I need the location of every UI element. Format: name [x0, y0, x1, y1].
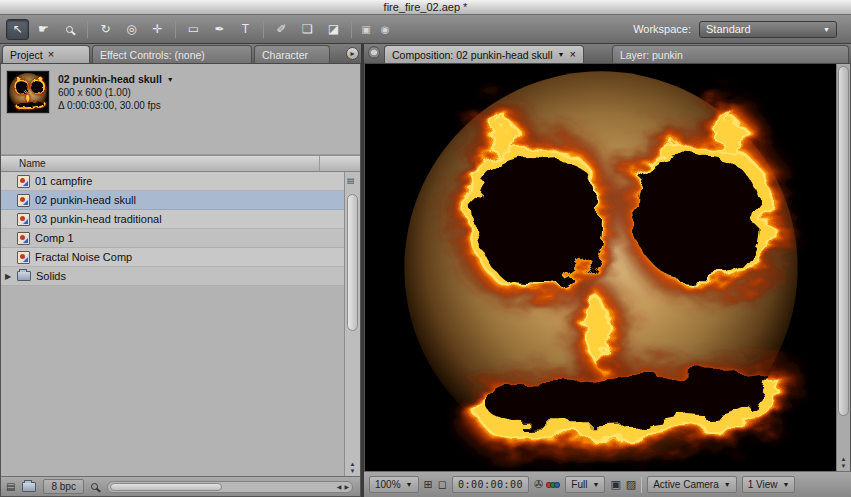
scroll-down-icon[interactable]: ▼: [345, 468, 360, 475]
scroll-up-icon[interactable]: ▲: [345, 461, 360, 468]
folder-icon: [17, 271, 31, 281]
composition-icon: [17, 232, 30, 245]
toolbar-misc-icon-1[interactable]: ▣: [358, 24, 374, 35]
app-window: fire_fire_02.aep * ↖ ☛ ↻ ◎ ✛ ▭ ✒ T ✐ ❏ ◪…: [0, 0, 851, 497]
scrollbar-thumb[interactable]: [838, 66, 849, 416]
composition-icon: [17, 251, 30, 264]
zoom-tool[interactable]: [58, 19, 81, 40]
show-channel-icon[interactable]: [548, 482, 560, 488]
panel-menu-icon[interactable]: ▸: [346, 47, 359, 60]
search-icon[interactable]: [91, 483, 98, 490]
toolbar-misc-icon-2[interactable]: ◉: [377, 24, 393, 35]
composition-canvas[interactable]: [394, 64, 808, 471]
composition-icon: [17, 213, 30, 226]
hand-tool[interactable]: ☛: [32, 19, 55, 40]
clone-stamp-tool[interactable]: ❏: [296, 19, 319, 40]
bit-depth-button[interactable]: 8 bpc: [43, 479, 83, 494]
active-camera-select[interactable]: Active Camera ▼: [647, 476, 737, 493]
mask-shape-tool[interactable]: ▭: [182, 19, 205, 40]
project-hscrollbar[interactable]: ◀ ▶: [107, 481, 353, 493]
scrollbar-thumb[interactable]: [347, 194, 358, 331]
orbit-camera-tool[interactable]: ◎: [120, 19, 143, 40]
toolbar-separator: [87, 21, 88, 38]
footage-name: 02 punkin-head skull: [58, 73, 162, 86]
snapshot-icon[interactable]: ✇: [534, 478, 543, 491]
chevron-down-icon[interactable]: ▼: [558, 51, 565, 58]
footage-size: 600 x 600 (1.00): [58, 86, 174, 99]
footer-separator: [641, 477, 642, 493]
project-scrollbar[interactable]: ▤ ▲ ▼: [344, 172, 360, 476]
composition-icon: [17, 175, 30, 188]
transparency-grid-icon[interactable]: ▨: [626, 478, 636, 491]
workspace-select[interactable]: Standard ▼: [699, 21, 837, 38]
toolbar-separator: [263, 21, 264, 38]
pen-tool[interactable]: ✒: [208, 19, 231, 40]
pan-behind-tool[interactable]: ✛: [146, 19, 169, 40]
eraser-tool[interactable]: ◪: [322, 19, 345, 40]
chevron-down-icon[interactable]: ▼: [167, 73, 174, 86]
scroll-up-icon[interactable]: ▲: [837, 456, 850, 463]
tab-composition[interactable]: Composition: 02 punkin-head skull ▼ ×: [384, 45, 584, 63]
chevron-down-icon: ▼: [406, 481, 413, 488]
view-layout-select[interactable]: 1 View ▼: [742, 476, 796, 493]
new-folder-icon[interactable]: [22, 482, 36, 492]
project-item-list: 01 campfire 02 punkin-head skull 03 punk…: [1, 172, 360, 476]
list-item[interactable]: 02 punkin-head skull: [1, 191, 344, 210]
footage-thumbnail: [7, 71, 49, 113]
panel-gripper-icon[interactable]: [368, 46, 380, 59]
composition-panel-group: Composition: 02 punkin-head skull ▼ × La…: [364, 44, 851, 497]
list-item[interactable]: 01 campfire: [1, 172, 344, 191]
safe-margins-icon[interactable]: ◻: [438, 478, 447, 491]
composition-icon: [17, 194, 30, 207]
tab-character[interactable]: Character: [254, 45, 330, 63]
list-item[interactable]: Comp 1: [1, 229, 344, 248]
scroll-down-icon[interactable]: ▼: [837, 463, 850, 470]
toolbar-separator: [175, 21, 176, 38]
scroll-left-icon[interactable]: ◀: [337, 483, 342, 490]
project-footer: ▤ 8 bpc ◀ ▶: [1, 476, 360, 496]
project-panel-group: Project × Effect Controls: (none) Charac…: [0, 44, 361, 497]
footage-info: 02 punkin-head skull ▼ 600 x 600 (1.00) …: [1, 64, 360, 126]
region-of-interest-icon[interactable]: ▣: [610, 478, 620, 491]
disclosure-triangle-icon[interactable]: ▶: [5, 272, 11, 281]
list-item[interactable]: ▶ Solids: [1, 267, 344, 286]
brush-tool[interactable]: ✐: [270, 19, 293, 40]
chevron-down-icon: ▼: [724, 481, 731, 488]
chevron-down-icon: ▼: [592, 481, 599, 488]
window-title: fire_fire_02.aep *: [384, 1, 468, 13]
magnification-select[interactable]: 100% ▼: [369, 476, 419, 493]
toolbar-separator: [351, 21, 352, 38]
project-tabbar: Project × Effect Controls: (none) Charac…: [0, 44, 361, 64]
list-item[interactable]: 03 punkin-head traditional: [1, 210, 344, 229]
new-composition-icon[interactable]: ▤: [6, 481, 15, 492]
film-badge-icon: ▤: [347, 176, 355, 185]
search-area[interactable]: [1, 126, 360, 155]
rotation-tool[interactable]: ↻: [94, 19, 117, 40]
scroll-right-icon[interactable]: ▶: [344, 483, 349, 490]
list-item[interactable]: Fractal Noise Comp: [1, 248, 344, 267]
magnifier-icon: [66, 26, 73, 33]
column-divider[interactable]: [319, 156, 320, 171]
selection-tool[interactable]: ↖: [6, 19, 29, 40]
close-icon[interactable]: ×: [48, 49, 54, 60]
tab-effect-controls[interactable]: Effect Controls: (none): [92, 45, 252, 63]
timecode-display[interactable]: 0:00:00:00: [452, 476, 529, 493]
footage-duration: Δ 0:00:03:00, 30.00 fps: [58, 99, 174, 112]
tab-project[interactable]: Project ×: [2, 45, 90, 63]
scrollbar-thumb[interactable]: [110, 483, 222, 491]
composition-viewport[interactable]: [365, 64, 836, 471]
title-bar[interactable]: fire_fire_02.aep *: [0, 0, 851, 15]
grid-guides-icon[interactable]: ⊞: [424, 478, 433, 491]
tab-layer[interactable]: Layer: punkin: [612, 45, 849, 63]
viewer-footer: 100% ▼ ⊞ ◻ 0:00:00:00 ✇ Full ▼ ▣ ▨: [364, 471, 851, 497]
viewer-scrollbar[interactable]: ▲ ▼: [836, 64, 850, 471]
viewer-tabbar: Composition: 02 punkin-head skull ▼ × La…: [364, 44, 851, 64]
toolbar: ↖ ☛ ↻ ◎ ✛ ▭ ✒ T ✐ ❏ ◪ ▣ ◉ Workspace: Sta…: [0, 15, 851, 44]
resolution-select[interactable]: Full ▼: [565, 476, 605, 493]
chevron-down-icon: ▼: [823, 26, 830, 33]
name-column-header[interactable]: Name: [1, 155, 360, 172]
chevron-down-icon: ▼: [783, 481, 790, 488]
workspace-label: Workspace:: [633, 23, 691, 35]
type-tool[interactable]: T: [234, 19, 257, 40]
close-icon[interactable]: ×: [569, 49, 575, 60]
